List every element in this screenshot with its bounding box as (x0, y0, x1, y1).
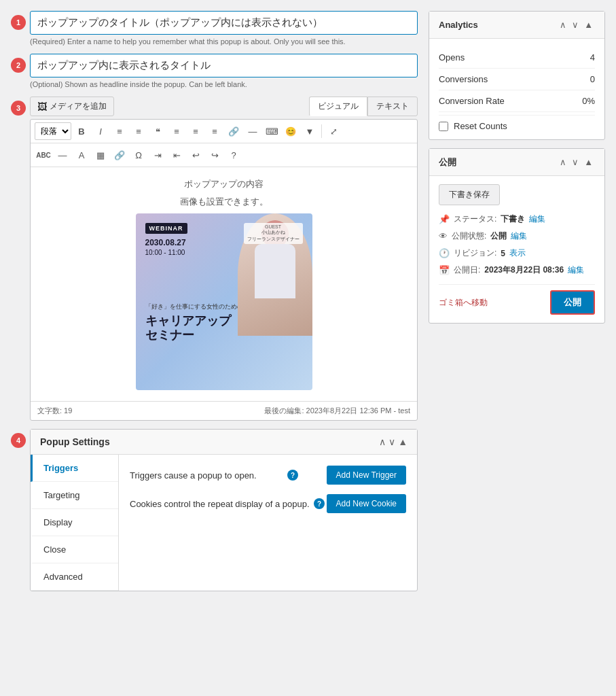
popup-settings-controls: ∧ ∨ ▲ (379, 436, 407, 447)
cookie-row: Cookies control the repeat display of a … (130, 494, 406, 513)
view-toggle: ビジュアル テキスト (309, 97, 418, 116)
reset-label: Reset Counts (454, 121, 507, 131)
conversions-value: 0 (590, 74, 595, 84)
bold-button[interactable]: B (73, 122, 90, 140)
emoji-button[interactable]: 😊 (282, 122, 300, 140)
rate-value: 0% (582, 96, 595, 106)
publish-button[interactable]: 公開 (550, 290, 595, 315)
visibility-label: 公開状態: (452, 230, 486, 242)
date-edit-link[interactable]: 編集 (568, 264, 584, 276)
guest-badge: GUEST 小山あかね フリーランスデザイナー (244, 223, 303, 244)
analytics-opens-row: Opens 4 (439, 47, 595, 69)
add-trigger-button[interactable]: Add New Trigger (327, 466, 406, 485)
link-button[interactable]: 🔗 (225, 122, 242, 140)
webinar-subtitle: 「好き」を仕事にする女性のための (145, 302, 243, 311)
editor-toolbar-row1: 段落 B I ≡ ≡ ❝ ≡ ≡ ≡ 🔗 — ⌨ 😊 ▼ (31, 120, 417, 143)
calendar-icon: 📅 (439, 265, 450, 275)
blockquote-button[interactable]: ❝ (149, 122, 166, 140)
visibility-edit-link[interactable]: 編集 (511, 230, 527, 242)
analytics-down[interactable]: ∨ (570, 18, 581, 31)
field2-group: 2 (Optional) Shown as headline inside th… (11, 54, 418, 88)
publish-expand[interactable]: ▲ (582, 156, 595, 169)
align-left-button[interactable]: ≡ (168, 122, 185, 140)
italic-button[interactable]: I (92, 122, 109, 140)
custom-char-button[interactable]: ▦ (92, 146, 109, 164)
more-options-button[interactable]: ▼ (301, 122, 319, 140)
badge-4: 4 (11, 433, 26, 448)
popup-title-input[interactable] (30, 11, 418, 35)
trash-link[interactable]: ゴミ箱へ移動 (439, 297, 488, 309)
popup-settings-wrap: Popup Settings ∧ ∨ ▲ Triggers Targeting … (30, 429, 418, 591)
outdent-button[interactable]: ⇤ (168, 146, 185, 164)
webinar-image: WEBINAR 2030.08.27 10:00 - 11:00 GUEST 小… (136, 213, 312, 390)
undo-button[interactable]: ↩ (187, 146, 204, 164)
fullscreen-button[interactable]: ⤢ (325, 122, 342, 140)
tab-advanced[interactable]: Advanced (31, 563, 118, 591)
text-view-button[interactable]: テキスト (367, 97, 418, 116)
tab-close[interactable]: Close (31, 536, 118, 563)
tab-display[interactable]: Display (31, 509, 118, 536)
body-shape (255, 244, 295, 298)
paragraph-select[interactable]: 段落 (35, 122, 71, 140)
publish-footer: ゴミ箱へ移動 公開 (439, 284, 595, 315)
keyboard-button[interactable]: ⌨ (263, 122, 280, 140)
publish-up[interactable]: ∧ (558, 156, 568, 169)
more-button[interactable]: — (244, 122, 261, 140)
visibility-value: 公開 (490, 230, 507, 242)
help-button[interactable]: ? (225, 146, 242, 164)
popup-settings-body: Triggers Targeting Display Close Advance… (31, 455, 417, 591)
editor-group: 3 🖼 メディアを追加 ビジュアル テキスト (11, 97, 418, 421)
analytics-expand[interactable]: ▲ (582, 18, 595, 31)
popup-settings-tabs: Triggers Targeting Display Close Advance… (31, 455, 119, 591)
add-cookie-button[interactable]: Add New Cookie (327, 494, 406, 513)
analytics-body: Opens 4 Conversions 0 Conversion Rate 0%… (429, 39, 604, 139)
align-center-button[interactable]: ≡ (187, 122, 204, 140)
publish-down[interactable]: ∨ (570, 156, 581, 169)
toolbar-separator (321, 124, 322, 138)
trigger-row: Triggers cause a popup to open. ? Add Ne… (130, 466, 406, 485)
cookie-help-icon[interactable]: ? (314, 498, 325, 509)
date-row: 📅 公開日: 2023年8月22日 08:36 編集 (439, 264, 595, 276)
clock-icon: 🕐 (439, 248, 450, 258)
guest-label: GUEST (247, 224, 300, 229)
indent-button[interactable]: ⇥ (149, 146, 166, 164)
trigger-help-icon[interactable]: ? (287, 470, 298, 481)
media-btn-label: メディアを追加 (50, 101, 107, 112)
badge-1: 1 (11, 15, 26, 30)
webinar-bottom-section: 「好き」を仕事にする女性のための キャリアアップ セミナー (145, 302, 243, 343)
pin-icon: 📌 (439, 214, 450, 224)
horizontal-rule-button[interactable]: — (54, 146, 71, 164)
revision-link[interactable]: 表示 (509, 247, 526, 259)
unordered-list-button[interactable]: ≡ (111, 122, 128, 140)
tab-targeting[interactable]: Targeting (31, 482, 118, 509)
revision-value: 5 (501, 249, 505, 258)
settings-expand[interactable]: ▲ (398, 436, 407, 447)
save-draft-button[interactable]: 下書き保存 (439, 184, 500, 205)
popup-settings-title: Popup Settings (40, 436, 110, 447)
reset-checkbox[interactable] (439, 122, 448, 131)
font-color-abc-button[interactable]: ABC (35, 146, 52, 164)
redo-button[interactable]: ↪ (206, 146, 223, 164)
tab-triggers[interactable]: Triggers (31, 455, 118, 482)
field2-hint: (Optional) Shown as headline inside the … (30, 80, 418, 88)
analytics-up[interactable]: ∧ (558, 18, 568, 31)
omega-button[interactable]: Ω (130, 146, 147, 164)
publish-controls: ∧ ∨ ▲ (558, 156, 595, 169)
editor-content[interactable]: ポップアップの内容 画像も設置できます。 WEBINAR 2030.08.27 … (31, 167, 417, 401)
settings-collapse-down[interactable]: ∨ (388, 436, 395, 447)
text-color-button[interactable]: A (73, 146, 90, 164)
reset-row: Reset Counts (439, 115, 595, 131)
media-add-button[interactable]: 🖼 メディアを追加 (30, 97, 114, 116)
conversions-label: Conversions (439, 74, 488, 84)
visual-view-button[interactable]: ビジュアル (309, 97, 367, 116)
status-edit-link[interactable]: 編集 (529, 213, 545, 225)
opens-label: Opens (439, 52, 465, 63)
popup-headline-input[interactable] (30, 54, 418, 77)
field2-wrap: (Optional) Shown as headline inside the … (30, 54, 418, 88)
ordered-list-button[interactable]: ≡ (130, 122, 147, 140)
link2-button[interactable]: 🔗 (111, 146, 128, 164)
align-right-button[interactable]: ≡ (206, 122, 223, 140)
guest-title: フリーランスデザイナー (247, 236, 300, 243)
editor-text-line1: ポップアップの内容 (41, 178, 406, 190)
settings-collapse-up[interactable]: ∧ (379, 436, 386, 447)
